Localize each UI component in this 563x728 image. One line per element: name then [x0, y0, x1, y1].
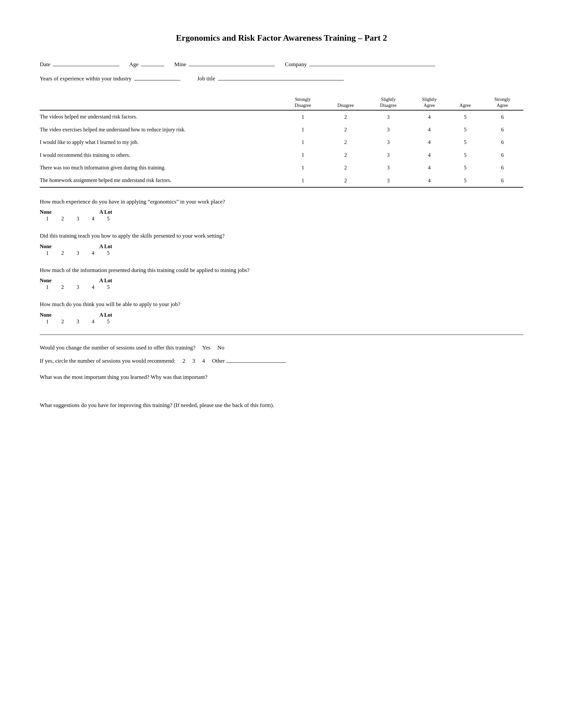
date-label: Date — [40, 61, 50, 68]
most-important-question: What was the most important thing you le… — [40, 373, 523, 382]
scale-numbers-row-2: 12345 — [40, 284, 523, 290]
rating-section: StronglyDisagree Disagree SlightlyDisagr… — [40, 95, 523, 188]
rating-value-cell: 4 — [410, 149, 449, 161]
col-strongly-disagree: StronglyDisagree — [282, 95, 324, 110]
rating-value-cell: 6 — [482, 174, 523, 187]
scale-numbers-row-3: 12345 — [40, 319, 523, 325]
page-title: Ergonomics and Risk Factor Awareness Tra… — [40, 33, 523, 43]
rating-value-cell: 2 — [324, 136, 367, 149]
rating-value-cell: 4 — [410, 136, 449, 149]
rating-value-cell: 1 — [282, 136, 324, 149]
jobtitle-field-group: Job title — [197, 74, 344, 82]
scale-num-1-4: 5 — [101, 250, 116, 256]
scale-num-0-2: 3 — [70, 216, 85, 222]
none-label-0: None — [40, 209, 60, 215]
none-label-3: None — [40, 312, 60, 318]
rating-value-cell: 1 — [282, 110, 324, 123]
years-input[interactable] — [134, 74, 180, 80]
rating-value-cell: 3 — [367, 123, 410, 136]
company-label: Company — [285, 61, 307, 68]
company-field-group: Company — [285, 60, 435, 68]
rating-value-cell: 5 — [449, 123, 481, 136]
rating-value-cell: 3 — [367, 161, 410, 174]
age-input[interactable] — [141, 60, 164, 66]
scale-num-3-4: 5 — [101, 319, 116, 325]
scale-num-1-3: 4 — [85, 250, 101, 256]
question-cell: The videos helped me understand risk fac… — [40, 110, 282, 123]
rating-value-cell: 6 — [482, 136, 523, 149]
rating-value-cell: 5 — [449, 136, 481, 149]
table-row: There was too much information given dur… — [40, 161, 523, 174]
scale-section-2: How much of the information presented du… — [40, 266, 523, 291]
scale-labels-row-3: NoneA Lot — [40, 312, 523, 318]
scale-num-0-1: 2 — [55, 216, 70, 222]
yesno-section: Would you change the number of sessions … — [40, 343, 523, 366]
divider-line — [40, 335, 523, 335]
sessions-prompt: If yes, circle the number of sessions yo… — [40, 358, 175, 364]
alot-label-2: A Lot — [99, 278, 112, 284]
rating-table: StronglyDisagree Disagree SlightlyDisagr… — [40, 95, 523, 188]
rating-value-cell: 2 — [324, 149, 367, 161]
years-field-group: Years of experience within your industry — [40, 74, 180, 82]
scale-question-0: How much experience do you have in apply… — [40, 198, 523, 206]
years-label: Years of experience within your industry — [40, 75, 131, 82]
jobtitle-label: Job title — [197, 75, 215, 82]
mine-label: Mine — [174, 61, 186, 68]
question-cell: I would recommend this training to other… — [40, 149, 282, 161]
none-label-1: None — [40, 244, 60, 250]
rating-value-cell: 1 — [282, 149, 324, 161]
date-input[interactable] — [53, 60, 119, 66]
date-field-group: Date — [40, 60, 119, 68]
other-input[interactable] — [226, 356, 286, 363]
scale-num-3-3: 4 — [85, 319, 101, 325]
rating-value-cell: 5 — [449, 149, 481, 161]
jobtitle-input[interactable] — [218, 74, 344, 80]
col-disagree: Disagree — [324, 95, 367, 110]
alot-label-3: A Lot — [99, 312, 112, 318]
rating-value-cell: 5 — [449, 161, 481, 174]
question-cell: The video exercises helped me understand… — [40, 123, 282, 136]
table-row: I would like to apply what I learned to … — [40, 136, 523, 149]
other-label: Other — [212, 358, 225, 364]
rating-value-cell: 4 — [410, 110, 449, 123]
yesno-line1: Would you change the number of sessions … — [40, 343, 523, 353]
scale-section-1: Did this training teach you how to apply… — [40, 232, 523, 256]
scale-num-3-2: 3 — [70, 319, 85, 325]
scale-num-2-0: 1 — [40, 284, 55, 290]
col-agree: Agree — [449, 95, 481, 110]
rating-value-cell: 4 — [410, 161, 449, 174]
scale-num-1-2: 3 — [70, 250, 85, 256]
question-col-header — [40, 95, 282, 110]
rating-value-cell: 6 — [482, 149, 523, 161]
form-fields-row1: Date Age Mine Company — [40, 60, 523, 68]
rating-value-cell: 3 — [367, 110, 410, 123]
col-slightly-agree: SlightlyAgree — [410, 95, 449, 110]
table-header-row: StronglyDisagree Disagree SlightlyDisagr… — [40, 95, 523, 110]
mine-input[interactable] — [189, 60, 275, 66]
rating-value-cell: 2 — [324, 161, 367, 174]
rating-value-cell: 4 — [410, 123, 449, 136]
scale-labels-row-0: NoneA Lot — [40, 209, 523, 215]
yes-label: Yes — [202, 344, 211, 351]
rating-value-cell: 2 — [324, 123, 367, 136]
rating-value-cell: 1 — [282, 174, 324, 187]
rating-value-cell: 3 — [367, 149, 410, 161]
company-input[interactable] — [309, 60, 435, 66]
col-slightly-disagree: SlightlyDisagree — [367, 95, 410, 110]
table-row: The videos helped me understand risk fac… — [40, 110, 523, 123]
yesno-line2: If yes, circle the number of sessions yo… — [40, 356, 523, 366]
scale-question-2: How much of the information presented du… — [40, 266, 523, 275]
rating-value-cell: 3 — [367, 136, 410, 149]
question-cell: There was too much information given dur… — [40, 161, 282, 174]
scale-questions-container: How much experience do you have in apply… — [40, 198, 523, 325]
scale-num-0-0: 1 — [40, 216, 55, 222]
rating-value-cell: 1 — [282, 161, 324, 174]
age-label: Age — [129, 61, 138, 68]
rating-value-cell: 5 — [449, 174, 481, 187]
table-row: The homework assignment helped me unders… — [40, 174, 523, 187]
rating-value-cell: 2 — [324, 174, 367, 187]
scale-num-2-1: 2 — [55, 284, 70, 290]
scale-numbers-row-1: 12345 — [40, 250, 523, 256]
table-row: The video exercises helped me understand… — [40, 123, 523, 136]
suggestions-section: What suggestions do you have for improvi… — [40, 401, 523, 410]
